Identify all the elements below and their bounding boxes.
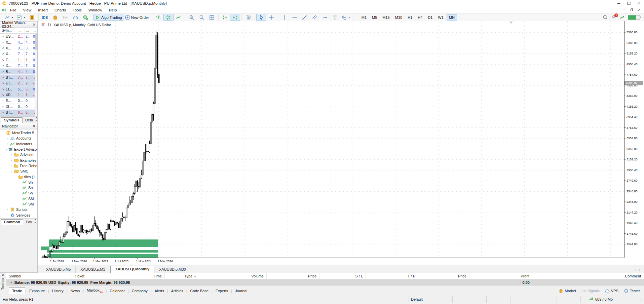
column-s-l[interactable]: S / L bbox=[319, 273, 366, 279]
navigator-item-sm[interactable]: SM bbox=[0, 201, 37, 207]
tile-windows-button[interactable] bbox=[207, 14, 217, 21]
chart-tab-xauusd-p-m5[interactable]: XAUUSD.p,M5 bbox=[41, 266, 76, 273]
tree-expand-icon[interactable]: › bbox=[6, 142, 9, 146]
toolbox-tab-company[interactable]: Company bbox=[129, 288, 151, 294]
auto-scroll-button[interactable] bbox=[230, 14, 240, 21]
child-restore-button[interactable] bbox=[630, 8, 634, 12]
column-price[interactable]: Price bbox=[267, 273, 319, 279]
navigator-item-sn[interactable]: Sn bbox=[0, 190, 37, 196]
line-chart-button[interactable] bbox=[174, 14, 184, 21]
supply-demand-zone[interactable] bbox=[47, 250, 158, 253]
toolbox-close-icon[interactable]: ✕ bbox=[1, 273, 4, 277]
market-watch-tab-symbols[interactable]: Symbols bbox=[1, 117, 23, 123]
navigator-item-files-1[interactable]: ›files (1 bbox=[0, 174, 37, 179]
status-profile[interactable]: Default bbox=[411, 297, 423, 301]
text-tool-button[interactable] bbox=[330, 14, 340, 21]
menu-file[interactable]: File bbox=[7, 8, 20, 13]
chart-tab-xauusd-p-m1[interactable]: XAUUSD.p,M1 bbox=[76, 266, 110, 273]
chart-tab-xauusd-p-m30[interactable]: XAUUSD.p,M30 bbox=[154, 266, 191, 273]
supply-demand-zone[interactable] bbox=[40, 246, 49, 250]
cursor-button[interactable] bbox=[256, 14, 266, 21]
vertical-line-button[interactable] bbox=[279, 14, 290, 21]
timeframe-m30[interactable]: M30 bbox=[393, 14, 405, 21]
column-type[interactable]: Type▲ bbox=[165, 273, 216, 279]
market-watch-row[interactable]: ●E...0...0... bbox=[0, 98, 37, 104]
shift-end-button[interactable] bbox=[220, 14, 230, 21]
toolbox-tab-news[interactable]: News bbox=[68, 288, 83, 294]
toolbox-tab-alerts[interactable]: Alerts bbox=[152, 288, 167, 294]
child-close-button[interactable] bbox=[637, 8, 641, 12]
timeframe-m15[interactable]: M15 bbox=[380, 14, 392, 21]
trendline-button[interactable] bbox=[300, 14, 310, 21]
service-tester[interactable]: Tester bbox=[624, 289, 640, 293]
new-order-button[interactable]: New Order bbox=[123, 14, 150, 21]
market-watch-scrollbar[interactable] bbox=[35, 34, 37, 116]
search-icon[interactable] bbox=[603, 15, 608, 20]
shapes-button[interactable]: ▼ bbox=[340, 14, 352, 21]
horizontal-line-button[interactable] bbox=[290, 14, 300, 21]
column-price[interactable]: Price bbox=[418, 273, 469, 279]
menu-view[interactable]: View bbox=[20, 8, 35, 13]
column-comment[interactable]: Comment bbox=[532, 273, 644, 279]
navigator-item-free-robo[interactable]: ›Free Robo bbox=[0, 163, 37, 168]
navigator-item-indicators[interactable]: ›Indicators bbox=[0, 141, 37, 147]
mw-column-1[interactable]: ... bbox=[17, 28, 25, 33]
menu-window[interactable]: Window bbox=[85, 8, 106, 13]
navigator-tab-common[interactable]: Common bbox=[1, 219, 23, 225]
timeframe-m5[interactable]: M5 bbox=[370, 14, 379, 21]
screenshot-button[interactable] bbox=[243, 14, 253, 21]
indicator-list-button[interactable]: ▼ bbox=[3, 14, 15, 21]
market-watch-row[interactable]: ↗US...2...2...0.... bbox=[0, 34, 37, 39]
toolbox-tab-articles[interactable]: Articles bbox=[168, 288, 186, 294]
navigator-item-services[interactable]: Services bbox=[0, 212, 37, 218]
toolbox-tab-experts[interactable]: Experts bbox=[213, 288, 231, 294]
market-watch-row[interactable]: ↘LT...5...5...0.... bbox=[0, 86, 37, 92]
candlestick-chart-button[interactable] bbox=[163, 14, 174, 21]
toolbox-tab-journal[interactable]: Journal bbox=[232, 288, 250, 294]
navigator-item-sn[interactable]: Sn bbox=[0, 180, 37, 185]
timeframe-mn[interactable]: MN bbox=[447, 14, 457, 21]
signals-toolbar-button[interactable] bbox=[60, 14, 70, 21]
tab-scroll-arrows[interactable]: ◂ ▸ bbox=[35, 218, 38, 225]
toolbox-tab-trade[interactable]: Trade bbox=[9, 288, 25, 294]
column-profit[interactable]: Profit bbox=[469, 273, 532, 279]
toolbox-tab-code-base[interactable]: Code Base bbox=[187, 288, 212, 294]
timeframe-d1[interactable]: D1 bbox=[425, 14, 435, 21]
market-watch-close-icon[interactable]: ✕ bbox=[31, 23, 37, 27]
navigator-item-smc[interactable]: ›SMC bbox=[0, 168, 37, 174]
navigator-item-accounts[interactable]: ›Accounts bbox=[0, 136, 37, 141]
toolbox-tab-calendar[interactable]: Calendar bbox=[107, 288, 128, 294]
tree-expand-icon[interactable]: › bbox=[6, 208, 9, 211]
minimize-button[interactable] bbox=[614, 0, 624, 7]
navigator-item-examples[interactable]: ›Examples bbox=[0, 157, 37, 163]
market-watch-tab-deta[interactable]: Deta bbox=[23, 118, 36, 123]
crosshair-button[interactable] bbox=[266, 14, 276, 21]
market-watch-row[interactable]: ↘G...1...1...0.... bbox=[0, 57, 37, 63]
supply-demand-zone[interactable] bbox=[49, 239, 158, 247]
cloud-button[interactable] bbox=[70, 14, 80, 21]
menu-tools[interactable]: Tools bbox=[69, 8, 85, 13]
toolbox-tab-history[interactable]: History bbox=[49, 288, 67, 294]
tree-expand-icon[interactable]: › bbox=[10, 169, 13, 173]
chart-tab-scroll-arrows[interactable]: ◂ ▸ bbox=[635, 268, 644, 273]
navigator-item-metatrader-5[interactable]: MetaTrader 5 bbox=[0, 130, 37, 136]
column-symbol[interactable]: Symbol bbox=[6, 273, 72, 279]
timeframe-m1[interactable]: M1 bbox=[359, 14, 369, 21]
navigator-item-expert-advisor[interactable]: ›Expert Advisor bbox=[0, 147, 37, 152]
tree-expand-icon[interactable]: › bbox=[6, 148, 7, 151]
timeframe-w1[interactable]: W1 bbox=[435, 14, 446, 21]
balance-row[interactable]: ● Balance: 96 920.95 USD Equity: 96 920.… bbox=[6, 279, 644, 286]
market-watch-row[interactable]: ↘BT...6...6...-... bbox=[0, 110, 37, 115]
mw-column-0[interactable]: Sym... bbox=[0, 28, 17, 33]
fibonacci-button[interactable] bbox=[320, 14, 330, 21]
navigator-item-sn[interactable]: Sn bbox=[0, 185, 37, 190]
market-watch-row[interactable]: ↗X...7...7...0.... bbox=[0, 63, 37, 69]
column-t-p[interactable]: T / P bbox=[366, 273, 418, 279]
tree-expand-icon[interactable]: › bbox=[10, 153, 13, 156]
zoom-out-button[interactable] bbox=[197, 14, 207, 21]
timeframe-h1[interactable]: H1 bbox=[405, 14, 415, 21]
service-vps[interactable]: VPS bbox=[605, 289, 618, 293]
navigator-item-scripts[interactable]: ›Scripts bbox=[0, 207, 37, 212]
market-watch-row[interactable]: ↘BT...7...7...-... bbox=[0, 75, 37, 80]
navigator-item-advisors[interactable]: ›Advisors bbox=[0, 152, 37, 157]
